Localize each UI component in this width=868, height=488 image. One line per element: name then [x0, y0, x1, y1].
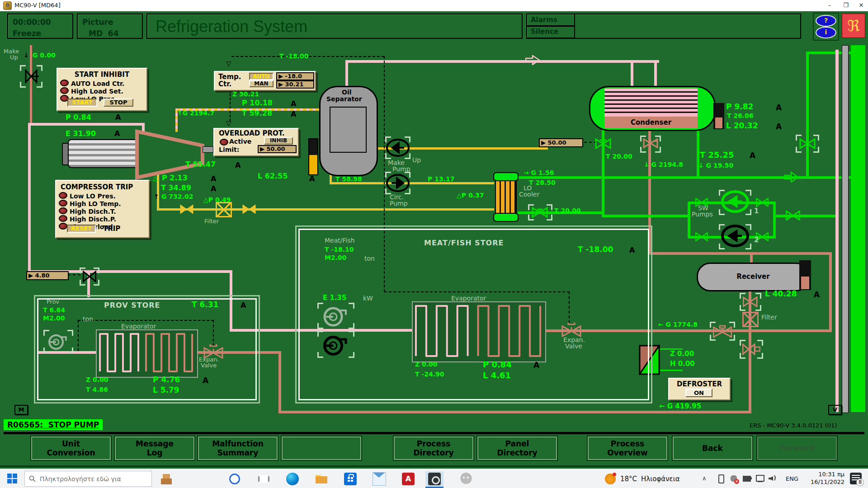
sw-pump-1[interactable] — [719, 190, 751, 215]
sw-flow: → G 1.56 — [524, 169, 554, 176]
acrobat-icon[interactable] — [399, 471, 417, 487]
start-button-icon[interactable] — [7, 474, 17, 483]
sync-error-icon[interactable] — [729, 474, 738, 483]
footer-button-panel-directory[interactable]: Panel Directory — [477, 436, 557, 460]
info-button[interactable]: i — [816, 27, 836, 38]
ctrl-output: Z 30.21 — [232, 90, 259, 98]
circ-pump[interactable] — [385, 172, 410, 194]
oil-valve[interactable] — [242, 204, 256, 214]
alarms-cell[interactable]: Alarms — [526, 14, 575, 27]
store-fan-1[interactable] — [317, 303, 354, 329]
gimp-icon — [460, 473, 472, 485]
liquid-valve[interactable] — [710, 322, 735, 341]
inhib-button[interactable]: INHIB — [264, 137, 293, 145]
explorer-icon[interactable] — [312, 471, 330, 487]
alarm-message-strip[interactable]: R06565: STOP PUMP — [4, 419, 103, 430]
freeze-label: Freeze — [13, 29, 41, 38]
volume-icon[interactable] — [769, 474, 778, 483]
gimp-icon[interactable] — [457, 471, 475, 487]
explorer-icon — [315, 473, 328, 485]
sw-valve[interactable] — [695, 198, 708, 207]
make-up-pump[interactable] — [385, 136, 410, 159]
footer-button-back[interactable]: Back — [673, 436, 752, 460]
sw-valve[interactable] — [695, 232, 708, 241]
clock-time[interactable]: 10:31 πμ — [810, 471, 844, 478]
mail-icon[interactable] — [370, 471, 388, 487]
sw-valve[interactable] — [786, 211, 800, 221]
picture-box[interactable]: Picture MD 64 — [77, 14, 143, 39]
tray-chevron-icon[interactable]: ∧ — [702, 475, 707, 482]
sw-in-temp: T 20.00 — [606, 153, 632, 160]
language-indicator[interactable]: ENG — [786, 475, 798, 482]
trip-label: TRIP — [103, 225, 120, 233]
compressor-motor[interactable] — [68, 139, 138, 168]
store-fan-2[interactable] — [317, 331, 354, 358]
footer-button-process-directory[interactable]: Process Directory — [394, 436, 473, 460]
m-button[interactable]: M — [14, 405, 28, 415]
limit-field[interactable]: ▶ 50.00 — [258, 145, 297, 153]
header-bar-pink — [835, 50, 839, 412]
footer-button-message-log[interactable]: Message Log — [115, 436, 194, 460]
camera-icon[interactable] — [425, 471, 443, 488]
divider — [4, 432, 864, 434]
notifications-icon[interactable]: 8 — [850, 473, 862, 484]
store-fan[interactable] — [43, 330, 73, 353]
defroster-on-button[interactable]: ON — [685, 389, 712, 397]
sw-valve[interactable] — [595, 138, 611, 149]
evaporator-label: Evaporator — [121, 323, 156, 330]
taskbar-search[interactable] — [24, 471, 152, 487]
store-temp: T 6.31 — [192, 300, 218, 309]
auto-button[interactable]: AUTO — [249, 73, 274, 80]
liquid-filter[interactable] — [742, 312, 759, 327]
stop-button[interactable]: STOP — [104, 99, 133, 107]
setpoint-field[interactable]: ▶ -18.0 — [276, 72, 314, 80]
lo-cooler[interactable] — [493, 172, 519, 221]
edge-icon[interactable] — [283, 471, 302, 487]
weather-temp[interactable]: 18°C — [620, 475, 637, 483]
compressor-cone[interactable] — [135, 129, 206, 180]
taskview-icon[interactable] — [255, 471, 273, 487]
sw-valve[interactable] — [756, 198, 769, 207]
receiver-vessel[interactable]: Receiver — [697, 263, 810, 291]
weather-icon[interactable] — [605, 474, 616, 484]
battery-icon[interactable] — [742, 474, 751, 483]
footer-button-malfunction-summary[interactable]: Malfunction Summary — [198, 436, 278, 460]
cortana-icon[interactable] — [226, 471, 244, 487]
footer-button-unit-conversion[interactable]: Unit Conversion — [31, 436, 111, 460]
oil-valve[interactable] — [180, 204, 193, 214]
phone-icon[interactable] — [716, 474, 725, 483]
liquid-valve[interactable] — [740, 340, 763, 359]
boxes-icon[interactable] — [157, 471, 175, 487]
freeze-clock-box[interactable]: 00:00:00 Freeze — [7, 14, 73, 39]
silence-button[interactable]: Silence — [526, 25, 575, 38]
v-button[interactable]: V — [828, 405, 842, 415]
man-button[interactable]: MAN — [249, 80, 274, 87]
footer-button-process-overview[interactable]: Process Overview — [588, 436, 667, 460]
maximize-button[interactable]: ❐ — [838, 0, 854, 10]
prov-setpoint-field[interactable]: ▶ 4.80 — [26, 271, 69, 280]
overboard-valve[interactable] — [796, 135, 819, 153]
minimize-button[interactable]: – — [822, 0, 837, 10]
clock-date[interactable]: 16/11/2022 — [806, 479, 844, 485]
store-m: M2.00 — [325, 254, 346, 261]
footer-button-blank[interactable] — [282, 436, 361, 460]
close-button[interactable]: ✕ — [854, 0, 868, 10]
search-input[interactable] — [39, 475, 145, 483]
setpoint-field[interactable]: ▶ 30.21 — [276, 80, 314, 89]
sw-setpoint-field[interactable]: ▶ 50.00 — [539, 138, 583, 147]
trip-condition: High LO Temp. — [59, 200, 149, 207]
expansion-valve[interactable] — [561, 323, 581, 337]
reset-button[interactable]: RESET — [67, 225, 96, 233]
discharge-temp: T 55.47 — [185, 160, 216, 169]
sw-pump-2[interactable] — [719, 224, 751, 249]
start-button[interactable]: START — [67, 99, 97, 107]
make-up-valve[interactable] — [20, 65, 42, 88]
help-button[interactable]: ? — [816, 15, 836, 27]
ref-valve[interactable] — [640, 136, 661, 153]
prov-feed-valve[interactable] — [80, 267, 99, 286]
store-icon[interactable] — [341, 471, 359, 487]
display-icon[interactable] — [755, 474, 764, 483]
receiver-valve[interactable] — [740, 293, 761, 311]
oil-filter[interactable] — [216, 202, 232, 217]
weather-desc[interactable]: Ηλιοφάνεια — [641, 475, 680, 483]
